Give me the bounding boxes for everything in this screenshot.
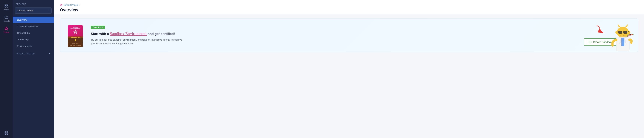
svg-marker-10: [74, 30, 77, 34]
sidebar-item-home[interactable]: Home: [0, 2, 13, 13]
badge-middle: DEVELOPER: [68, 36, 83, 38]
sidebar-item-chaos[interactable]: Chaos: [0, 24, 13, 36]
sidebar-home-label: Home: [4, 8, 9, 11]
svg-rect-1: [7, 4, 8, 6]
svg-rect-0: [5, 4, 6, 6]
sandbox-environment-text: Sandbox Environment: [110, 31, 147, 36]
breadcrumb: Default Project ›: [60, 4, 638, 6]
icon-sidebar: Home Projects Chaos: [0, 0, 13, 138]
banner-text-2: and get certified!: [147, 32, 175, 36]
nav-item-gamedays[interactable]: GameDays: [13, 36, 54, 43]
svg-rect-3: [7, 6, 8, 7]
zero-risk-badge: Zero Risk: [91, 26, 105, 29]
project-section-header: Project: [13, 0, 54, 8]
svg-rect-21: [618, 31, 622, 34]
project-sidebar: Project Default Project › Overview Chaos…: [13, 0, 54, 138]
svg-rect-17: [621, 37, 624, 46]
banner-text-1: Start with a: [91, 32, 110, 36]
nav-item-chaos-experiments[interactable]: Chaos Experiments: [13, 23, 54, 30]
nav-item-environments[interactable]: Environments: [13, 43, 54, 49]
badge-harness-text: HARNESSCERTIFIED EXPERT: [69, 43, 82, 46]
breadcrumb-icon: [60, 4, 62, 6]
project-setup-arrow: ▾: [49, 52, 50, 55]
nav-item-overview[interactable]: Overview: [13, 17, 54, 23]
svg-rect-7: [5, 133, 6, 134]
svg-marker-29: [625, 24, 628, 27]
svg-rect-5: [5, 132, 6, 132]
svg-rect-6: [7, 132, 8, 132]
svg-marker-28: [618, 24, 620, 27]
svg-rect-2: [5, 6, 6, 7]
svg-rect-8: [7, 133, 8, 134]
sidebar-chaos-label: Chaos: [4, 32, 9, 34]
banner-subtext: Try out in a risk-free sandbox environme…: [91, 38, 184, 45]
content-area: ChaosEngineering DEVELOPER ★: [54, 14, 644, 57]
banner-headline: Start with a Sandbox Environment and get…: [91, 31, 578, 36]
badge-harness-icon: [73, 30, 78, 35]
badge-developer-label: DEVELOPER: [71, 36, 80, 38]
page-header: Default Project › Overview: [54, 0, 644, 14]
badge-container: ChaosEngineering DEVELOPER ★: [66, 25, 85, 46]
sidebar-item-projects[interactable]: Projects: [0, 13, 13, 24]
sidebar-grid-bottom[interactable]: [0, 128, 12, 138]
svg-rect-30: [619, 37, 626, 38]
project-setup-header: PROJECT SETUP ▾: [13, 49, 54, 56]
badge-harness-area: HARNESSCERTIFIED EXPERT: [68, 42, 83, 47]
badge-bottom-area: ★: [68, 38, 83, 42]
svg-point-20: [627, 31, 630, 34]
mascot-svg: [608, 18, 638, 52]
page-title: Overview: [60, 8, 638, 12]
project-name: Default Project: [18, 9, 33, 12]
mascot-illustration: [608, 18, 638, 52]
nav-item-chaos-hubs[interactable]: ChaosHubs: [13, 30, 54, 36]
main-content: Default Project › Overview ChaosEngineer…: [54, 0, 644, 138]
svg-marker-4: [5, 27, 8, 30]
badge-chaos-label: ChaosEngineering: [70, 26, 80, 29]
svg-rect-22: [623, 31, 627, 34]
breadcrumb-sep: ›: [80, 4, 80, 6]
red-arrow-icon: [594, 24, 607, 38]
project-selector[interactable]: Default Project ›: [15, 8, 52, 14]
svg-marker-9: [60, 4, 62, 6]
svg-marker-13: [590, 42, 590, 42]
harness-badge: ChaosEngineering DEVELOPER ★: [67, 25, 84, 46]
banner-card: ChaosEngineering DEVELOPER ★: [60, 18, 638, 52]
play-circle-icon: [588, 40, 592, 44]
sidebar-projects-label: Projects: [3, 20, 10, 22]
banner-text: Zero Risk Start with a Sandbox Environme…: [91, 26, 578, 45]
svg-point-19: [615, 31, 618, 34]
project-selector-arrow: ›: [48, 9, 49, 12]
badge-top: ChaosEngineering: [68, 25, 83, 36]
breadcrumb-project[interactable]: Default Project: [64, 4, 78, 6]
